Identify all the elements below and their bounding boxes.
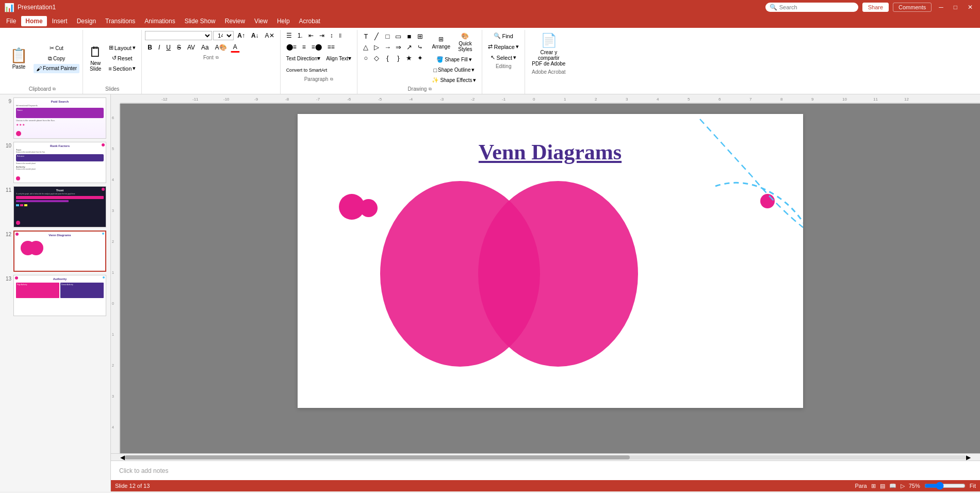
menu-slideshow[interactable]: Slide Show — [181, 16, 220, 26]
menu-review[interactable]: Review — [221, 16, 249, 26]
spacing-button[interactable]: AV — [185, 43, 198, 52]
shape-tri2-btn[interactable]: ▷ — [371, 42, 382, 52]
font-family-select[interactable] — [145, 31, 212, 40]
search-box[interactable]: 🔍 — [765, 3, 858, 12]
slide-panel[interactable]: 9 Paid Search Informational Keywords Nam… — [0, 94, 111, 491]
highlight-color-button[interactable]: A🎨 — [213, 43, 230, 52]
text-direction-button[interactable]: Text Direction▾ — [284, 54, 323, 63]
minimize-button[interactable]: ─ — [936, 4, 946, 11]
justify-button[interactable]: ≡≡ — [325, 42, 337, 52]
paste-button[interactable]: 📋 Paste — [5, 43, 32, 73]
convert-smartart-button[interactable]: Convert to SmartArt — [284, 65, 330, 74]
align-text-button[interactable]: Align Text▾ — [323, 54, 354, 63]
menu-file[interactable]: File — [2, 16, 20, 26]
slide-thumbnail-9[interactable]: 9 Paid Search Informational Keywords Nam… — [4, 97, 106, 139]
view-slide-btn[interactable]: ▤ — [880, 483, 885, 489]
drawing-expand-icon[interactable]: ⧉ — [429, 87, 432, 92]
arrange-button[interactable]: ⊞ Arrange — [429, 31, 453, 54]
comments-button[interactable]: Comments — [893, 3, 932, 12]
underline-button[interactable]: U — [164, 43, 173, 52]
copy-button[interactable]: ⧉ Copy — [34, 54, 79, 63]
view-normal-btn[interactable]: ⊞ — [871, 483, 876, 489]
cut-button[interactable]: ✂ Cut — [34, 43, 79, 53]
shape-tri-btn[interactable]: △ — [361, 42, 371, 52]
menu-view[interactable]: View — [250, 16, 272, 26]
menu-insert[interactable]: Insert — [48, 16, 72, 26]
create-pdf-button[interactable]: 📄 Crear y compartir PDF de Adobe — [528, 31, 569, 68]
section-button[interactable]: ≡ Section ▾ — [106, 63, 138, 73]
scroll-thumb[interactable] — [125, 455, 630, 459]
zoom-slider[interactable] — [924, 482, 966, 490]
scroll-left-btn[interactable]: ◀ — [120, 454, 125, 461]
shape-roundrect-btn[interactable]: ▭ — [393, 31, 403, 41]
bullets-button[interactable]: ☰ — [284, 31, 295, 40]
shape-arrow2-btn[interactable]: ⇒ — [393, 42, 403, 52]
increase-font-button[interactable]: A↑ — [235, 31, 248, 40]
align-left-button[interactable]: ⬤≡ — [284, 42, 299, 52]
slide-thumbnail-12[interactable]: 12 Venn Diagrams — [4, 231, 106, 272]
font-color-button[interactable]: A — [231, 42, 240, 53]
horizontal-scrollbar[interactable]: ◀ ▶ — [111, 453, 980, 461]
venn-diagram[interactable] — [380, 181, 700, 377]
font-size-large-button[interactable]: Aa — [199, 43, 211, 52]
fit-btn[interactable]: Fit — [970, 483, 976, 489]
shape-brace-btn[interactable]: { — [382, 53, 393, 63]
slide-thumbnail-11[interactable]: 11 Trust To verify this graph, add in be… — [4, 186, 106, 227]
view-slideshow-btn[interactable]: ▷ — [901, 483, 905, 489]
select-button[interactable]: ↖ Select▾ — [485, 53, 521, 62]
clear-format-button[interactable]: A✕ — [263, 31, 277, 40]
decrease-font-button[interactable]: A↓ — [249, 31, 262, 40]
notes-placeholder[interactable]: Click to add notes — [119, 467, 168, 474]
shape-effects-button[interactable]: ✨ Shape Effects▾ — [429, 75, 479, 85]
bold-button[interactable]: B — [145, 43, 155, 52]
shape-connector-btn[interactable]: ⤷ — [415, 42, 425, 52]
venn-circle-right[interactable] — [478, 181, 638, 367]
numbering-button[interactable]: 1. — [295, 31, 305, 40]
font-expand-icon[interactable]: ⧉ — [216, 55, 219, 60]
align-center-button[interactable]: ≡ — [300, 42, 308, 52]
slide-canvas[interactable]: Venn Diagrams — [298, 114, 803, 408]
scroll-right-btn[interactable]: ▶ — [966, 454, 971, 461]
strikethrough-button[interactable]: S — [174, 43, 184, 52]
search-input[interactable] — [779, 4, 852, 10]
quick-styles-button[interactable]: 🎨 Quick Styles — [454, 31, 477, 54]
columns-button[interactable]: ⫴ — [336, 31, 344, 40]
menu-acrobat[interactable]: Acrobat — [295, 16, 324, 26]
menu-animations[interactable]: Animations — [140, 16, 179, 26]
reset-button[interactable]: ↺ Reset — [106, 53, 138, 63]
slide-scroll-area[interactable]: Venn Diagrams — [120, 104, 980, 453]
slide-thumbnail-10[interactable]: 10 Rank Factors Trust Uranus is the seve… — [4, 142, 106, 183]
shape-diamond-btn[interactable]: ◇ — [371, 53, 382, 63]
scroll-track[interactable] — [125, 455, 966, 459]
italic-button[interactable]: I — [156, 43, 162, 52]
find-button[interactable]: 🔍 Find — [485, 31, 521, 41]
shape-rect-btn[interactable]: □ — [382, 31, 393, 41]
line-spacing-button[interactable]: ↕ — [328, 31, 336, 40]
format-painter-button[interactable]: 🖌 Format Painter — [34, 64, 79, 73]
menu-help[interactable]: Help — [273, 16, 294, 26]
close-button[interactable]: ✕ — [965, 4, 976, 11]
indent-increase-button[interactable]: ⇥ — [317, 31, 327, 40]
notes-bar[interactable]: Click to add notes — [111, 461, 980, 480]
new-slide-button[interactable]: 🗒 New Slide — [86, 43, 105, 73]
menu-design[interactable]: Design — [73, 16, 100, 26]
shape-arrow3-btn[interactable]: ↗ — [404, 42, 414, 52]
para-expand-icon[interactable]: ⧉ — [330, 77, 333, 82]
shape-more-btn[interactable]: ⊞ — [415, 31, 425, 41]
layout-button[interactable]: ⊞ Layout ▾ — [106, 43, 138, 53]
shape-arrow-btn[interactable]: → — [382, 42, 393, 52]
shape-line-btn[interactable]: ╱ — [371, 31, 382, 41]
view-reading-btn[interactable]: 📖 — [889, 483, 896, 489]
shape-text-btn[interactable]: T — [361, 31, 371, 41]
menu-home[interactable]: Home — [21, 16, 46, 26]
shape-star-btn[interactable]: ★ — [404, 53, 414, 63]
shape-custom-btn[interactable]: ✦ — [415, 53, 425, 63]
maximize-button[interactable]: □ — [951, 4, 960, 11]
replace-button[interactable]: ⇄ Replace▾ — [485, 42, 521, 52]
shape-circle-btn[interactable]: ○ — [361, 53, 371, 63]
shape-fill-button[interactable]: 🪣 Shape Fill▾ — [429, 55, 479, 64]
shape-outline-button[interactable]: □ Shape Outline▾ — [429, 65, 479, 75]
font-size-select[interactable]: 14 — [213, 31, 234, 40]
share-button[interactable]: Share — [862, 3, 889, 12]
slide-thumbnail-13[interactable]: 13 Authority Page Authority Domain Autho… — [4, 275, 106, 316]
